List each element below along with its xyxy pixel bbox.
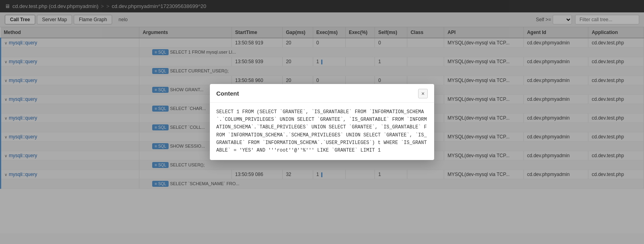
modal-close-button[interactable]: ×	[418, 89, 428, 98]
modal-body: SELECT 1 FROM (SELECT `GRANTEE`, `IS_GRA…	[210, 103, 434, 160]
content-modal: Content × SELECT 1 FROM (SELECT `GRANTEE…	[210, 84, 434, 160]
modal-header: Content ×	[210, 84, 434, 103]
modal-overlay[interactable]: Content × SELECT 1 FROM (SELECT `GRANTEE…	[0, 0, 644, 233]
modal-content-text: SELECT 1 FROM (SELECT `GRANTEE`, `IS_GRA…	[216, 108, 428, 154]
modal-title: Content	[216, 90, 239, 97]
